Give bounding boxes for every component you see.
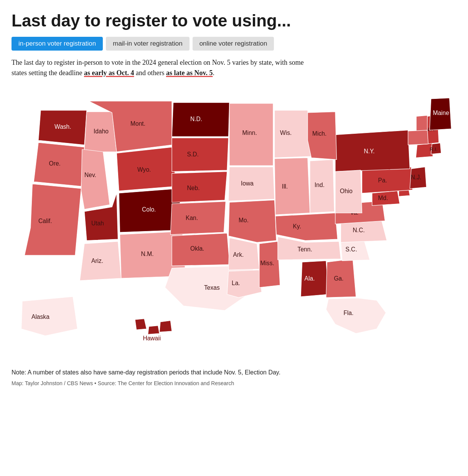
description-text: The last day to register in-person to vo… xyxy=(12,57,311,78)
svg-marker-58 xyxy=(326,259,356,298)
svg-marker-8 xyxy=(84,112,117,152)
svg-marker-6 xyxy=(81,149,110,209)
choropleth-map: Wash. Ore. Calif. Nev. Idaho Mont. Wyo. … xyxy=(12,85,456,361)
svg-marker-36 xyxy=(229,167,275,201)
svg-marker-56 xyxy=(301,261,328,297)
tab-inperson[interactable]: in-person voter registration xyxy=(12,37,103,51)
svg-marker-42 xyxy=(227,270,262,298)
svg-marker-71 xyxy=(362,167,413,193)
attribution: Map: Taylor Johnston / CBS News • Source… xyxy=(12,380,456,386)
svg-marker-52 xyxy=(275,213,338,241)
svg-marker-22 xyxy=(172,103,229,137)
svg-marker-28 xyxy=(170,202,226,235)
svg-marker-68 xyxy=(372,191,400,205)
svg-marker-75 xyxy=(335,130,410,172)
svg-marker-0 xyxy=(38,110,87,145)
svg-marker-48 xyxy=(275,158,310,215)
svg-marker-44 xyxy=(259,241,280,287)
tab-online[interactable]: online voter registration xyxy=(193,37,274,51)
svg-marker-12 xyxy=(117,147,176,191)
footnote: Note: A number of states also have same-… xyxy=(12,368,357,377)
svg-marker-92 xyxy=(135,319,147,330)
svg-marker-26 xyxy=(172,172,227,202)
tab-mailin[interactable]: mail-in voter registration xyxy=(106,37,189,51)
svg-marker-94 xyxy=(160,321,172,332)
svg-marker-38 xyxy=(229,200,277,242)
page-title: Last day to register to vote using... xyxy=(12,11,456,30)
svg-marker-34 xyxy=(229,103,273,166)
svg-marker-46 xyxy=(275,110,311,158)
svg-marker-73 xyxy=(410,167,426,189)
svg-marker-24 xyxy=(172,138,229,172)
svg-marker-90 xyxy=(21,297,77,336)
svg-marker-88 xyxy=(430,98,451,130)
svg-marker-93 xyxy=(148,326,160,335)
svg-marker-4 xyxy=(25,184,81,255)
svg-marker-40 xyxy=(229,238,259,270)
svg-marker-87 xyxy=(408,130,428,145)
svg-marker-18 xyxy=(80,241,121,281)
svg-marker-30 xyxy=(172,233,234,266)
tab-group: in-person voter registration mail-in vot… xyxy=(12,37,456,51)
svg-marker-60 xyxy=(326,298,386,333)
us-map-container: Wash. Ore. Calif. Nev. Idaho Mont. Wyo. … xyxy=(12,85,456,361)
svg-marker-82 xyxy=(431,143,441,154)
svg-marker-50 xyxy=(310,160,335,213)
svg-marker-2 xyxy=(34,143,84,186)
svg-text:Hawaii: Hawaii xyxy=(143,335,161,341)
svg-marker-77 xyxy=(335,170,362,213)
svg-marker-79 xyxy=(308,112,337,160)
